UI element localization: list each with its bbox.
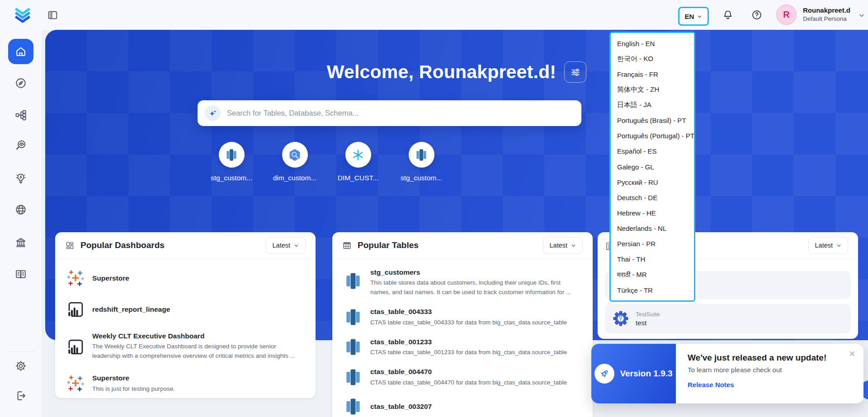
lineage-icon <box>14 109 27 122</box>
version-label: Version 1.9.3 <box>620 369 672 379</box>
language-option[interactable]: Русский - RU <box>611 174 694 190</box>
toast-title: We've just released a new update! <box>688 353 853 363</box>
sidebar-item-logout[interactable] <box>0 389 42 402</box>
dashboards-latest-filter[interactable]: Latest <box>266 237 306 254</box>
language-option[interactable]: 日本語 - JA <box>611 98 694 113</box>
language-option[interactable]: Thai - TH <box>611 252 694 267</box>
table-row[interactable]: ctas_table_003207 <box>343 397 582 417</box>
language-option[interactable]: 한국어 - KO <box>611 51 694 66</box>
dashboard-row[interactable]: Weekly CLT Executive Dashboard The Weekl… <box>66 331 305 361</box>
chevron-down-icon <box>571 243 576 248</box>
dashboard-grid-icon <box>65 241 75 250</box>
toast-body: To learn more please check out <box>688 366 853 374</box>
language-option[interactable]: मराठी - MR <box>611 267 694 282</box>
quick-link-snowflake[interactable]: DIM_CUST... <box>326 142 390 182</box>
quick-link-redshift-2[interactable]: stg_custom... <box>390 142 453 182</box>
powerbi-icon <box>66 300 85 319</box>
dashboard-row[interactable]: Superstore <box>66 269 305 288</box>
gear-icon <box>14 360 27 372</box>
language-option[interactable]: Persian - PR <box>611 236 694 252</box>
testsuite-row[interactable]: TestSuite test <box>605 304 851 333</box>
help-icon[interactable] <box>751 9 763 21</box>
user-menu[interactable]: Rounakpreet.d Default Persona <box>803 6 850 23</box>
version-panel: Version 1.9.3 <box>591 344 676 403</box>
language-option[interactable]: Português (Brasil) - PT <box>611 113 694 128</box>
quick-link-bigquery[interactable]: dim_custom... <box>263 142 326 182</box>
language-option[interactable]: Nederlands - NL <box>611 221 694 236</box>
update-toast: Version 1.9.3 We've just released a new … <box>591 344 863 403</box>
language-option[interactable]: Hebrew - HE <box>611 205 694 220</box>
hero-preferences-button[interactable] <box>564 61 586 83</box>
logout-icon <box>14 389 27 402</box>
language-dropdown-menu: English - EN 한국어 - KO Français - FR 简体中文… <box>609 32 695 302</box>
chevron-down-icon[interactable] <box>859 12 865 19</box>
redshift-icon <box>219 142 245 168</box>
tables-latest-filter[interactable]: Latest <box>543 237 583 254</box>
sidebar-item-lineage[interactable] <box>0 109 42 122</box>
sidebar-item-observability[interactable] <box>0 139 42 151</box>
close-icon[interactable]: × <box>849 348 855 359</box>
avatar[interactable]: R <box>776 5 797 25</box>
table-row[interactable]: ctas_table_004333 CTAS table ctas_table_… <box>343 307 582 327</box>
search-input[interactable] <box>227 109 574 117</box>
dashboard-row[interactable]: redshift_report_lineage <box>66 300 305 319</box>
table-row[interactable]: ctas_table_004470 CTAS table ctas_table_… <box>343 367 582 387</box>
language-option[interactable]: Português (Portugal) - PT <box>611 128 694 144</box>
quick-links-row: stg_custom... dim_custom... <box>200 142 453 182</box>
app-root: Welcome, Rounakpreet.d! <box>0 0 868 417</box>
sidebar-item-web[interactable] <box>0 203 42 216</box>
redshift-icon <box>343 337 363 357</box>
book-icon <box>14 268 27 281</box>
sidebar-item-insights[interactable] <box>0 172 42 184</box>
language-option[interactable]: Español - ES <box>611 144 694 159</box>
third-latest-filter[interactable]: Latest <box>808 237 849 254</box>
magnifier-eye-icon <box>14 139 27 151</box>
compass-icon <box>14 77 27 89</box>
card-title: Popular Dashboards <box>80 240 260 250</box>
table-row[interactable]: stg_customers This table stores data abo… <box>343 267 582 297</box>
sidebar-item-home[interactable] <box>8 39 33 64</box>
language-option[interactable]: Deutsch - DE <box>611 190 694 205</box>
redshift-icon <box>409 142 434 168</box>
language-option[interactable]: Galego - GL <box>611 159 694 174</box>
quick-link-redshift-1[interactable]: stg_custom... <box>200 142 263 182</box>
redshift-icon <box>343 367 363 387</box>
redshift-icon <box>343 271 363 291</box>
chevron-down-icon <box>697 14 702 19</box>
tableau-icon <box>66 374 85 393</box>
language-option[interactable]: English - EN <box>611 36 694 51</box>
language-option[interactable]: Türkçe - TR <box>611 282 694 298</box>
sidebar-toggle-icon[interactable] <box>47 9 58 21</box>
powerbi-icon <box>66 337 85 356</box>
lightbulb-icon <box>14 172 27 184</box>
sidebar-item-governance[interactable] <box>0 236 42 249</box>
welcome-title: Welcome, Rounakpreet.d! <box>327 61 556 83</box>
sidebar-item-discover[interactable] <box>0 77 42 89</box>
table-row[interactable]: ctas_table_001233 CTAS table ctas_table_… <box>343 337 582 357</box>
chevron-down-icon <box>836 243 841 248</box>
topbar: EN R Rounakpreet.d Default Persona <box>0 0 868 30</box>
language-option[interactable]: 简体中文 - ZH <box>611 82 694 97</box>
chevron-down-icon <box>294 243 299 248</box>
sidebar-item-glossary[interactable] <box>0 268 42 281</box>
dashboard-row[interactable]: Superstore This is just for testing purp… <box>66 373 305 394</box>
sidebar-divider <box>6 351 35 352</box>
snowflake-icon <box>345 142 371 168</box>
home-icon <box>14 45 27 58</box>
language-option[interactable]: Français - FR <box>611 66 694 82</box>
popular-tables-card: Popular Tables Latest stg_customers This… <box>332 232 593 417</box>
global-search <box>198 100 581 126</box>
bank-icon <box>14 236 27 249</box>
popular-dashboards-card: Popular Dashboards Latest <box>55 232 316 398</box>
rocket-icon <box>594 364 614 384</box>
globe-icon <box>14 203 27 216</box>
release-notes-link[interactable]: Release Notes <box>688 381 734 389</box>
sidebar-item-settings[interactable] <box>0 360 42 372</box>
language-selector-button[interactable]: EN <box>678 7 709 26</box>
app-logo-icon[interactable] <box>13 5 33 25</box>
ai-sparkle-icon <box>205 105 221 121</box>
table-icon <box>342 241 352 250</box>
bigquery-icon <box>282 142 308 168</box>
notifications-bell-icon[interactable] <box>722 9 734 21</box>
user-name: Rounakpreet.d <box>803 6 850 15</box>
